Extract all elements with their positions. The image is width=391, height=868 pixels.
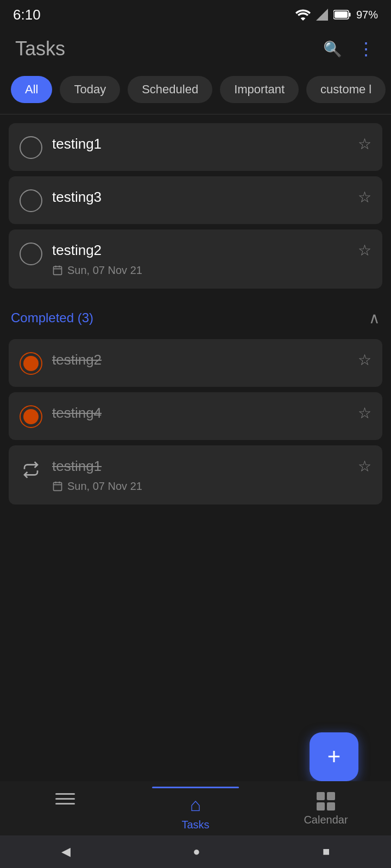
home-icon: ⌂ <box>190 794 201 815</box>
back-button[interactable]: ◀ <box>61 845 71 859</box>
task-content: testing2 Sun, 07 Nov 21 <box>52 241 358 277</box>
nav-item-calendar[interactable]: Calendar <box>261 787 391 826</box>
task-date: Sun, 07 Nov 21 <box>52 264 358 277</box>
status-bar: 6:10 97% <box>0 0 391 27</box>
nav-active-indicator <box>152 787 239 788</box>
completed-task-list: testing2 ☆ testing4 ☆ testing1 <box>0 335 391 514</box>
completed-section-title[interactable]: Completed (3) <box>11 310 93 326</box>
task-title: testing1 <box>52 458 102 474</box>
svg-rect-3 <box>335 11 348 18</box>
add-task-fab[interactable]: + <box>310 732 358 781</box>
task-title: testing3 <box>52 189 102 205</box>
task-item[interactable]: testing3 ☆ <box>9 176 382 224</box>
nav-calendar-label: Calendar <box>304 814 348 826</box>
completed-task-item[interactable]: testing1 Sun, 07 Nov 21 ☆ <box>9 445 382 505</box>
task-checkbox[interactable] <box>20 242 42 265</box>
task-list: testing1 ☆ testing3 ☆ testing2 Sun, 07 N… <box>0 119 391 298</box>
task-item[interactable]: testing1 ☆ <box>9 123 382 171</box>
wifi-icon <box>295 9 311 21</box>
task-star-icon[interactable]: ☆ <box>358 188 371 206</box>
app-header: Tasks 🔍 ⋮ <box>0 27 391 71</box>
svg-rect-2 <box>349 13 350 17</box>
filter-tab-all[interactable]: All <box>11 76 52 103</box>
task-content: testing3 <box>52 188 358 207</box>
task-title: testing2 <box>52 352 102 368</box>
task-title: testing4 <box>52 405 102 421</box>
task-title: testing2 <box>52 242 102 258</box>
task-content: testing1 <box>52 135 358 154</box>
battery-percent: 97% <box>356 9 378 21</box>
task-star-icon[interactable]: ☆ <box>358 241 371 259</box>
battery-icon <box>333 10 351 20</box>
repeat-icon <box>21 461 41 478</box>
calendar-icon <box>52 265 63 276</box>
completed-task-checkbox[interactable] <box>20 352 42 375</box>
nav-item-menu[interactable] <box>0 787 130 805</box>
divider <box>0 114 391 114</box>
nav-item-tasks[interactable]: ⌂ Tasks <box>130 787 261 831</box>
task-star-icon[interactable]: ☆ <box>358 404 371 422</box>
search-icon[interactable]: 🔍 <box>323 40 342 58</box>
svg-rect-4 <box>54 267 62 275</box>
svg-marker-0 <box>316 9 328 21</box>
task-checkbox[interactable] <box>20 136 42 159</box>
status-time: 6:10 <box>13 7 41 23</box>
task-content: testing1 Sun, 07 Nov 21 <box>52 457 358 493</box>
filter-tab-today[interactable]: Today <box>60 76 120 103</box>
filter-tab-important[interactable]: Important <box>220 76 299 103</box>
task-star-icon[interactable]: ☆ <box>358 351 371 369</box>
more-options-icon[interactable]: ⋮ <box>357 39 376 59</box>
filter-tab-custom[interactable]: custome l <box>306 76 386 103</box>
repeat-task-icon[interactable] <box>20 458 42 481</box>
bottom-nav: ⌂ Tasks Calendar <box>0 781 391 835</box>
hamburger-menu-icon[interactable] <box>55 793 75 805</box>
add-icon: + <box>327 745 341 768</box>
filter-tabs: All Today Scheduled Important custome l <box>0 71 391 114</box>
header-actions: 🔍 ⋮ <box>323 39 376 59</box>
home-button[interactable]: ● <box>193 845 200 859</box>
completed-task-item[interactable]: testing2 ☆ <box>9 339 382 387</box>
task-title: testing1 <box>52 136 102 152</box>
calendar-grid-icon <box>317 792 335 810</box>
system-nav-bar: ◀ ● ■ <box>0 835 391 868</box>
signal-icon <box>316 9 328 21</box>
collapse-chevron-icon[interactable]: ∧ <box>369 309 380 327</box>
task-checkbox[interactable] <box>20 189 42 212</box>
app-title: Tasks <box>15 37 65 60</box>
task-date: Sun, 07 Nov 21 <box>52 480 358 493</box>
task-date-text: Sun, 07 Nov 21 <box>67 264 142 277</box>
filter-tab-scheduled[interactable]: Scheduled <box>128 76 212 103</box>
recents-button[interactable]: ■ <box>323 845 330 859</box>
status-icons: 97% <box>295 9 378 21</box>
task-item[interactable]: testing2 Sun, 07 Nov 21 ☆ <box>9 229 382 289</box>
nav-tasks-label: Tasks <box>181 819 209 831</box>
completed-task-item[interactable]: testing4 ☆ <box>9 392 382 440</box>
task-date-text: Sun, 07 Nov 21 <box>67 480 142 493</box>
calendar-icon <box>52 481 63 492</box>
task-content: testing2 <box>52 351 358 369</box>
task-star-icon[interactable]: ☆ <box>358 135 371 153</box>
svg-rect-8 <box>54 482 62 490</box>
completed-task-checkbox[interactable] <box>20 405 42 428</box>
task-star-icon[interactable]: ☆ <box>358 457 371 475</box>
completed-section-header[interactable]: Completed (3) ∧ <box>0 298 391 335</box>
task-content: testing4 <box>52 404 358 423</box>
